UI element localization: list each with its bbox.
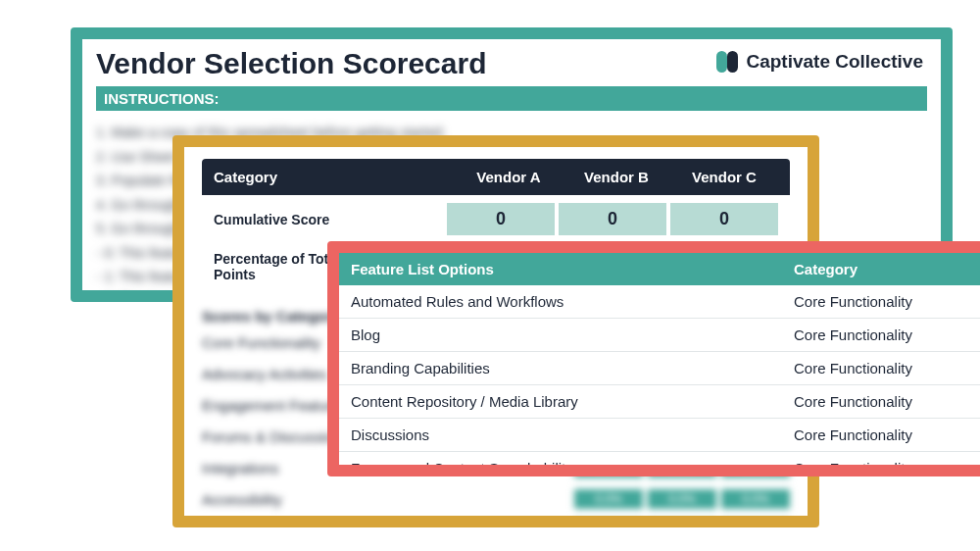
feature-category: Core Functionality [794, 426, 980, 443]
feature-category: Core Functionality [794, 360, 980, 376]
feature-row: Branding CapabilitiesCore Functionality [339, 352, 980, 385]
col-vendor-c: Vendor C [670, 169, 778, 185]
pct-cell: 0.0% [721, 521, 790, 527]
feature-name: Content Repository / Media Library [351, 393, 794, 410]
feature-list-panel: Feature List Options Category Automated … [327, 241, 980, 476]
feature-row: DiscussionsCore Functionality [339, 419, 980, 452]
feature-row: Forums and Content SearchabilityCore Fun… [339, 452, 980, 476]
vendor-b-value: 0 [559, 203, 666, 235]
feature-row: Automated Rules and WorkflowsCore Functi… [339, 285, 980, 319]
category-label: Accessibility [202, 491, 569, 508]
feature-name: Forums and Content Searchability [351, 460, 794, 476]
feature-category: Core Functionality [794, 393, 980, 410]
pct-cell: 0.0% [648, 489, 716, 509]
col-feature: Feature List Options [351, 261, 794, 277]
pct-cell: 0.0% [648, 521, 716, 527]
category-row: Other0.0%0.0%0.0% [202, 521, 790, 527]
category-row: Accessibility0.0%0.0%0.0% [202, 489, 790, 509]
row-label: Cumulative Score [214, 212, 443, 227]
feature-name: Discussions [351, 426, 794, 443]
feature-row: Content Repository / Media LibraryCore F… [339, 385, 980, 419]
vendor-a-value: 0 [447, 203, 555, 235]
feature-name: Automated Rules and Workflows [351, 293, 794, 310]
feature-category: Core Functionality [794, 326, 980, 343]
vendor-row: Cumulative Score000 [202, 195, 790, 243]
col-category: Category [214, 169, 455, 185]
feature-table-header: Feature List Options Category [339, 253, 980, 285]
category-label: Other [202, 523, 569, 528]
col-feature-category: Category [794, 261, 980, 277]
col-vendor-b: Vendor B [563, 169, 670, 185]
pct-cell: 0.0% [721, 489, 790, 509]
feature-row: BlogCore Functionality [339, 319, 980, 352]
vendor-table-header: Category Vendor A Vendor B Vendor C [202, 159, 790, 195]
feature-category: Core Functionality [794, 460, 980, 476]
pct-cell: 0.0% [574, 521, 643, 527]
brand-name: Captivate Collective [746, 51, 923, 73]
instructions-header: INSTRUCTIONS: [96, 86, 927, 111]
feature-category: Core Functionality [794, 293, 980, 310]
feature-name: Branding Capabilities [351, 360, 794, 376]
col-vendor-a: Vendor A [455, 169, 563, 185]
brand-logo-icon [716, 51, 738, 73]
brand: Captivate Collective [716, 51, 923, 73]
feature-name: Blog [351, 326, 794, 343]
pct-cell: 0.0% [574, 489, 643, 509]
vendor-c-value: 0 [670, 203, 778, 235]
